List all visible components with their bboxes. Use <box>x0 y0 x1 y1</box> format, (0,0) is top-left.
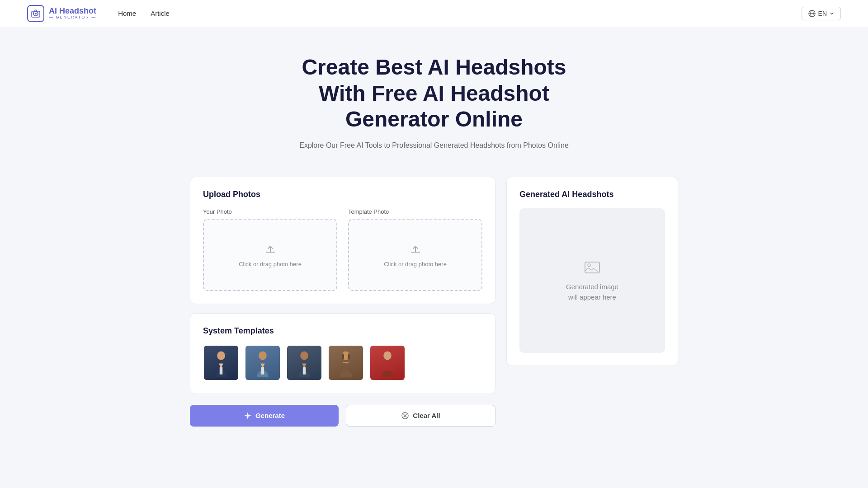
generated-card: Generated AI Headshots Generated image w… <box>506 177 678 366</box>
person-4-icon <box>331 348 360 377</box>
nav-link-home[interactable]: Home <box>118 9 136 17</box>
system-templates-card: System Templates <box>190 313 495 394</box>
template-photo-label: Template Photo <box>348 208 482 215</box>
template-photo-placeholder: Click or drag photo here <box>384 261 447 267</box>
svg-point-1 <box>35 13 37 14</box>
templates-row <box>203 345 482 381</box>
template-photo-upload-box[interactable]: Click or drag photo here <box>348 219 482 291</box>
svg-point-9 <box>259 351 267 360</box>
image-placeholder-icon <box>583 258 601 277</box>
svg-rect-6 <box>411 252 420 253</box>
logo-title: AI Headshot <box>49 7 96 16</box>
svg-rect-12 <box>303 367 306 374</box>
person-5-icon <box>373 348 402 377</box>
template-photo-col: Template Photo Click or drag photo here <box>348 208 482 291</box>
svg-rect-8 <box>220 367 222 374</box>
upload-card: Upload Photos Your Photo Click or drag p… <box>190 177 495 304</box>
language-button[interactable]: EN <box>802 7 841 20</box>
generated-placeholder-text: Generated image will appear here <box>566 282 618 302</box>
person-3-icon <box>290 348 319 377</box>
svg-point-7 <box>217 351 225 360</box>
svg-rect-10 <box>261 367 264 374</box>
nav-link-article[interactable]: Article <box>151 9 170 17</box>
main-container: Upload Photos Your Photo Click or drag p… <box>163 168 705 436</box>
person-1-icon <box>207 348 236 377</box>
generate-button[interactable]: Generate <box>190 405 339 427</box>
generate-label: Generate <box>255 412 285 419</box>
nav-links: Home Article <box>118 9 170 17</box>
clear-icon <box>401 412 409 420</box>
template-item-5[interactable] <box>369 345 406 381</box>
template-item-1[interactable] <box>203 345 239 381</box>
chevron-down-icon <box>830 11 834 16</box>
action-row: Generate Clear All <box>190 405 495 427</box>
hero-title: Create Best AI Headshots With Free AI He… <box>276 54 592 132</box>
logo[interactable]: AI Headshot — GENERATOR — <box>27 5 96 22</box>
svg-point-19 <box>588 264 590 267</box>
generated-card-title: Generated AI Headshots <box>519 190 665 199</box>
navbar-left: AI Headshot — GENERATOR — Home Article <box>27 5 170 22</box>
upload-icon <box>263 242 278 256</box>
your-photo-upload-box[interactable]: Click or drag photo here <box>203 219 337 291</box>
your-photo-col: Your Photo Click or drag photo here <box>203 208 337 291</box>
sparkle-icon <box>244 412 252 420</box>
svg-point-16 <box>383 351 392 360</box>
hero-subtitle: Explore Our Free AI Tools to Professiona… <box>298 141 570 150</box>
upload-card-title: Upload Photos <box>203 190 482 199</box>
upload-section: Your Photo Click or drag photo here Temp… <box>203 208 482 291</box>
lang-label: EN <box>818 10 827 17</box>
clear-label: Clear All <box>413 412 440 419</box>
system-templates-title: System Templates <box>203 326 482 336</box>
left-panel: Upload Photos Your Photo Click or drag p… <box>190 177 495 427</box>
navbar: AI Headshot — GENERATOR — Home Article E… <box>0 0 868 27</box>
right-panel: Generated AI Headshots Generated image w… <box>506 177 678 427</box>
your-photo-placeholder: Click or drag photo here <box>239 261 302 267</box>
logo-text: AI Headshot — GENERATOR — <box>49 7 96 20</box>
upload-template-icon <box>408 242 423 256</box>
template-item-2[interactable] <box>245 345 281 381</box>
hero-section: Create Best AI Headshots With Free AI He… <box>0 27 868 168</box>
generated-area: Generated image will appear here <box>519 208 665 353</box>
svg-point-15 <box>348 353 350 359</box>
svg-rect-5 <box>266 252 275 253</box>
person-2-icon <box>248 348 277 377</box>
template-item-4[interactable] <box>328 345 364 381</box>
clear-all-button[interactable]: Clear All <box>346 405 495 427</box>
template-item-3[interactable] <box>286 345 322 381</box>
logo-sub: — GENERATOR — <box>49 15 96 20</box>
logo-icon <box>27 5 44 22</box>
globe-icon <box>808 10 816 17</box>
your-photo-label: Your Photo <box>203 208 337 215</box>
svg-point-11 <box>300 351 308 360</box>
svg-point-14 <box>342 353 344 359</box>
logo-camera-icon <box>31 9 41 19</box>
